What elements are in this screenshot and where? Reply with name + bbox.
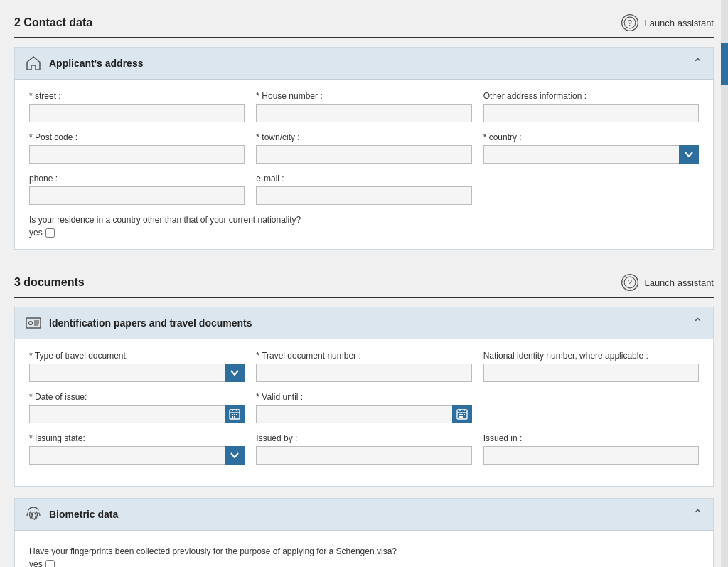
svg-rect-24: [459, 414, 461, 415]
post-code-group: * Post code :: [29, 132, 245, 164]
scrollbar-thumb[interactable]: [721, 43, 728, 85]
svg-rect-17: [236, 414, 237, 415]
chevron-down-icon-travel-doc: [230, 370, 239, 376]
issuing-state-label: * Issuing state:: [29, 433, 245, 443]
id-papers-collapse-btn[interactable]: ⌃: [692, 315, 703, 331]
date-of-issue-calendar-btn[interactable]: [225, 405, 245, 423]
id-row-2: * Date of issue:: [29, 392, 699, 423]
date-of-issue-datepicker-wrapper: [29, 405, 245, 423]
valid-until-calendar-btn[interactable]: [452, 405, 472, 423]
issuing-state-group: * Issuing state:: [29, 433, 245, 465]
fingerprint-icon: [25, 506, 42, 523]
national-id-group: National identity number, where applicab…: [483, 351, 699, 382]
address-row-2: * Post code : * town/city : * country :: [29, 132, 699, 164]
house-number-input[interactable]: [256, 104, 471, 122]
section-2-header: 2 Contact data ? Launch assistant: [14, 7, 714, 38]
chevron-down-icon-issuing: [230, 452, 239, 458]
biometric-data-card-header: Biometric data ⌃: [15, 499, 713, 531]
empty-group: [483, 174, 699, 205]
biometric-card-body: Have your fingerprints been collected pr…: [15, 531, 713, 567]
other-address-input[interactable]: [483, 104, 699, 122]
travel-doc-number-group: * Travel document number :: [256, 351, 471, 382]
residence-checkbox[interactable]: [46, 228, 55, 238]
valid-until-group: * Valid until :: [256, 392, 471, 423]
launch-assistant-button-section2[interactable]: ? Launch assistant: [620, 13, 714, 33]
biometric-collapse-btn[interactable]: ⌃: [692, 507, 703, 522]
section-3-header: 3 documents ? Launch assistant: [14, 267, 714, 298]
issued-in-group: Issued in :: [483, 433, 699, 465]
town-city-input[interactable]: [256, 145, 471, 164]
applicants-address-card-body: * street : * House number : Other addres…: [15, 80, 713, 249]
assistant-icon-section3: ?: [620, 272, 640, 292]
phone-input[interactable]: [29, 186, 245, 205]
street-label: * street :: [29, 91, 245, 101]
applicants-address-card-header: Applicant's address ⌃: [15, 48, 713, 80]
applicants-address-card-title: Applicant's address: [49, 58, 143, 69]
yes-label-residence: yes: [29, 228, 43, 238]
page-wrapper: 2 Contact data ? Launch assistant Applic…: [0, 0, 728, 567]
chevron-down-icon: [685, 152, 693, 157]
date-of-issue-label: * Date of issue:: [29, 392, 245, 402]
town-city-group: * town/city :: [256, 132, 471, 164]
country-select-wrapper: [483, 145, 699, 164]
issued-in-input[interactable]: [483, 446, 699, 465]
svg-rect-19: [234, 416, 235, 418]
residence-checkbox-row: yes: [29, 228, 699, 238]
scrollbar[interactable]: [721, 0, 728, 567]
street-group: * street :: [29, 91, 245, 122]
fingerprint-checkbox[interactable]: [46, 560, 55, 568]
email-group: e-mail :: [256, 174, 471, 205]
residence-question-text: Is your residence in a country other tha…: [29, 215, 699, 225]
issued-in-label: Issued in :: [483, 433, 699, 443]
travel-doc-type-label: * Type of travel document:: [29, 351, 245, 361]
launch-assistant-label-section3: Launch assistant: [644, 277, 714, 288]
id-papers-card-body: * Type of travel document: * Travel docu…: [15, 339, 713, 486]
other-address-group: Other address information :: [483, 91, 699, 122]
valid-until-input[interactable]: [256, 405, 451, 423]
id-papers-card: Identification papers and travel documen…: [14, 307, 714, 487]
national-id-input[interactable]: [483, 364, 699, 382]
country-input[interactable]: [483, 145, 679, 164]
svg-rect-16: [234, 414, 235, 415]
date-of-issue-group: * Date of issue:: [29, 392, 245, 423]
house-number-label: * House number :: [256, 91, 471, 101]
other-address-label: Other address information :: [483, 91, 699, 101]
section-3-documents: 3 documents ? Launch assistant: [14, 267, 714, 567]
applicants-address-collapse-btn[interactable]: ⌃: [692, 55, 703, 71]
house-icon: [25, 55, 42, 72]
post-code-input[interactable]: [29, 145, 245, 164]
svg-rect-18: [232, 416, 233, 418]
issuing-state-dropdown-btn[interactable]: [225, 446, 245, 465]
travel-doc-type-input[interactable]: [29, 364, 225, 382]
travel-doc-type-dropdown-btn[interactable]: [225, 364, 245, 382]
svg-point-7: [29, 322, 33, 325]
issued-by-input[interactable]: [256, 446, 471, 465]
address-row-1: * street : * House number : Other addres…: [29, 91, 699, 122]
street-input[interactable]: [29, 104, 245, 122]
date-of-issue-input[interactable]: [29, 405, 225, 423]
country-dropdown-btn[interactable]: [679, 145, 699, 164]
email-label: e-mail :: [256, 174, 471, 184]
house-number-group: * House number :: [256, 91, 471, 122]
svg-rect-26: [464, 414, 465, 415]
travel-doc-number-input[interactable]: [256, 364, 471, 382]
country-group: * country :: [483, 132, 699, 164]
phone-group: phone :: [29, 174, 245, 205]
id-papers-card-title: Identification papers and travel documen…: [49, 317, 252, 329]
valid-until-datepicker-wrapper: [256, 405, 471, 423]
launch-assistant-label-section2: Launch assistant: [644, 18, 714, 28]
svg-text:?: ?: [628, 18, 632, 27]
phone-label: phone :: [29, 174, 245, 184]
biometric-card-header-left: Biometric data: [25, 506, 118, 523]
id-row-3: * Issuing state: Issued by :: [29, 433, 699, 465]
launch-assistant-button-section3[interactable]: ? Launch assistant: [620, 272, 714, 292]
section-2-contact-data: 2 Contact data ? Launch assistant Applic…: [14, 7, 714, 250]
issuing-state-input[interactable]: [29, 446, 225, 465]
assistant-icon-section2: ?: [620, 13, 640, 33]
section-3-title: 3 documents: [14, 276, 85, 289]
empty-group-2: [483, 392, 699, 423]
biometric-data-card: Biometric data ⌃ Have your fingerprints …: [14, 498, 714, 567]
biometric-data-card-title: Biometric data: [49, 509, 118, 520]
email-input[interactable]: [256, 186, 471, 205]
applicants-address-card: Applicant's address ⌃ * street : * House…: [14, 47, 714, 250]
